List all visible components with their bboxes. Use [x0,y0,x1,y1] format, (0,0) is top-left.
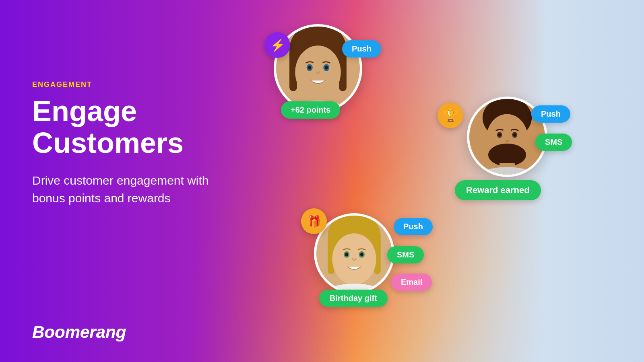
badge-reward-earned: Reward earned [455,180,541,200]
badge-birthday-gift: Birthday gift [319,290,388,307]
svg-point-25 [332,233,376,285]
gift-icon: 🎁 [307,215,321,228]
logo-text: Boomerang [32,323,126,342]
badge-sms-3: SMS [387,246,424,263]
svg-point-7 [308,66,311,69]
trophy-icon: 🏆 [444,109,458,122]
badge-push-3: Push [394,218,433,235]
lightning-icon-bubble: ⚡ [264,32,290,58]
main-title: Engage Customers [32,95,225,159]
page: ENGAGEMENT Engage Customers Drive custom… [0,0,644,362]
description: Drive customer engagement with bonus poi… [32,172,225,207]
svg-point-29 [360,253,363,256]
trophy-icon-bubble: 🏆 [438,103,463,128]
badge-points-1: +62 points [281,101,340,119]
svg-point-28 [345,253,348,256]
svg-point-18 [488,144,526,166]
badge-sms-2: SMS [535,134,572,151]
svg-point-8 [325,66,328,69]
lightning-icon: ⚡ [270,38,285,52]
svg-point-4 [295,45,341,99]
badge-email-3: Email [391,274,432,291]
badge-push-2: Push [531,105,570,123]
gift-icon-bubble: 🎁 [301,208,327,234]
svg-point-17 [513,133,516,136]
badge-push-1: Push [342,40,381,58]
engagement-label: ENGAGEMENT [32,80,225,89]
svg-point-16 [498,133,501,136]
left-content: ENGAGEMENT Engage Customers Drive custom… [32,80,225,207]
